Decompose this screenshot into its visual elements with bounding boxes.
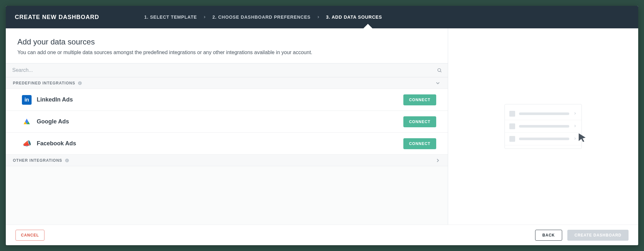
chevron-right-icon — [435, 158, 441, 163]
chevron-down-icon — [435, 80, 441, 86]
section-other-integrations[interactable]: OTHER INTEGRATIONS i — [6, 155, 448, 166]
search-icon — [437, 68, 442, 73]
create-dashboard-modal: CREATE NEW DASHBOARD 1. SELECT TEMPLATE … — [6, 6, 638, 245]
step-choose-preferences[interactable]: 2. CHOOSE DASHBOARD PREFERENCES — [212, 14, 311, 20]
integration-row-google-ads: Google Ads CONNECT — [6, 111, 448, 133]
modal-body: Add your data sources You can add one or… — [6, 28, 638, 225]
svg-line-1 — [440, 71, 441, 72]
placeholder-row — [505, 120, 582, 133]
section-predefined-integrations[interactable]: PREDEFINED INTEGRATIONS i — [6, 77, 448, 89]
back-button[interactable]: BACK — [535, 230, 562, 241]
active-step-indicator — [363, 24, 372, 28]
connect-button[interactable]: CONNECT — [403, 94, 436, 105]
megaphone-icon: 📣 — [22, 139, 32, 149]
placeholder-square — [509, 123, 515, 129]
step-select-template[interactable]: 1. SELECT TEMPLATE — [144, 14, 197, 20]
connect-button[interactable]: CONNECT — [403, 116, 436, 127]
intro-subtext: You can add one or multiple data sources… — [17, 50, 436, 55]
integration-name: Facebook Ads — [37, 140, 76, 147]
modal-footer: CANCEL BACK CREATE DASHBOARD — [6, 225, 638, 245]
placeholder-line — [519, 138, 569, 140]
modal-header: CREATE NEW DASHBOARD 1. SELECT TEMPLATE … — [6, 6, 638, 28]
modal-title: CREATE NEW DASHBOARD — [15, 14, 99, 21]
placeholder-row — [505, 133, 582, 145]
left-panel: Add your data sources You can add one or… — [6, 28, 448, 225]
svg-text:i: i — [67, 159, 68, 162]
cancel-button[interactable]: CANCEL — [15, 230, 44, 241]
svg-text:i: i — [80, 82, 81, 84]
placeholder-square — [509, 136, 515, 142]
placeholder-line — [519, 125, 569, 128]
step-add-data-sources[interactable]: 3. ADD DATA SOURCES — [326, 14, 382, 20]
placeholder-row — [505, 108, 582, 120]
cursor-icon — [577, 132, 587, 143]
integration-row-facebook-ads: 📣 Facebook Ads CONNECT — [6, 133, 448, 155]
chevron-right-icon — [573, 123, 577, 129]
connect-button[interactable]: CONNECT — [403, 138, 436, 149]
section-title: OTHER INTEGRATIONS — [13, 158, 62, 163]
google-ads-icon — [22, 117, 32, 127]
chevron-right-icon — [573, 136, 577, 142]
integration-name: LinkedIn Ads — [37, 96, 73, 103]
preview-panel — [448, 28, 638, 225]
svg-point-0 — [438, 69, 441, 72]
info-icon: i — [78, 81, 82, 85]
linkedin-icon: in — [22, 95, 32, 105]
chevron-right-icon — [203, 15, 207, 19]
chevron-right-icon — [316, 15, 320, 19]
integration-name: Google Ads — [37, 118, 69, 125]
integrations-list: PREDEFINED INTEGRATIONS i in LinkedIn Ad… — [6, 77, 448, 225]
placeholder-square — [509, 111, 515, 117]
chevron-right-icon — [573, 111, 577, 117]
intro-heading: Add your data sources — [17, 37, 436, 46]
section-title: PREDEFINED INTEGRATIONS — [13, 81, 75, 85]
search-bar — [6, 63, 448, 77]
integration-row-linkedin-ads: in LinkedIn Ads CONNECT — [6, 89, 448, 111]
search-input[interactable] — [10, 67, 437, 73]
info-icon: i — [65, 158, 69, 163]
intro-block: Add your data sources You can add one or… — [6, 28, 448, 63]
wizard-steps: 1. SELECT TEMPLATE 2. CHOOSE DASHBOARD P… — [144, 14, 382, 20]
create-dashboard-button[interactable]: CREATE DASHBOARD — [567, 230, 629, 241]
placeholder-line — [519, 112, 569, 115]
empty-state-illustration — [505, 104, 582, 149]
